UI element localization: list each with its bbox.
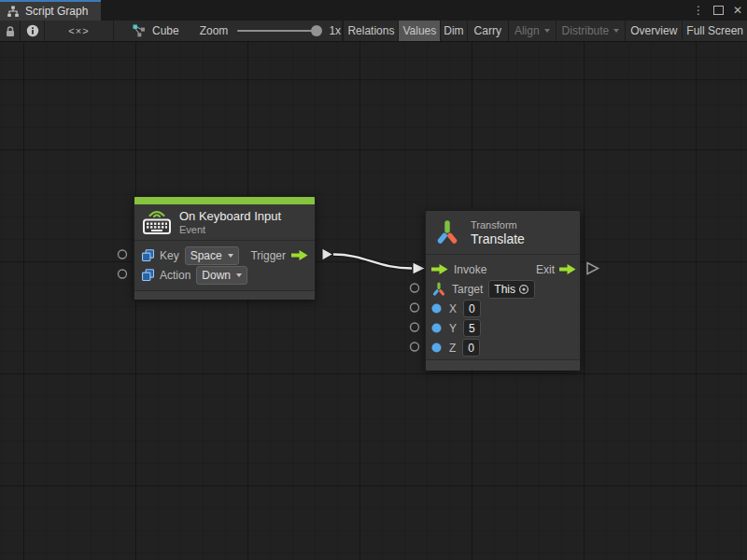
invoke-flow-icon bbox=[431, 263, 448, 275]
z-row: Z 0 bbox=[426, 338, 580, 357]
y-row: Y 5 bbox=[426, 318, 580, 338]
trigger-flow-icon bbox=[291, 249, 308, 261]
x-value-box[interactable]: 0 bbox=[463, 300, 481, 317]
tab-bar: Script Graph ⋮ ✕ bbox=[0, 0, 747, 21]
edit-source-button[interactable]: <×> bbox=[45, 21, 114, 41]
node-on-keyboard-input[interactable]: On Keyboard Input Event Key Space Trigge… bbox=[134, 196, 316, 299]
action-row: Action Down bbox=[134, 265, 315, 285]
connections-overlay bbox=[0, 42, 747, 560]
zoom-value: 1x bbox=[329, 24, 341, 37]
distribute-caret-icon bbox=[613, 29, 619, 33]
x-label: X bbox=[449, 302, 457, 315]
window-controls: ⋮ ✕ bbox=[693, 0, 747, 21]
node-body: Invoke Exit Target This bbox=[426, 254, 580, 360]
z-value: 0 bbox=[468, 342, 474, 355]
node-header[interactable]: Transform Translate bbox=[426, 211, 580, 254]
target-row: Target This bbox=[426, 279, 580, 299]
z-label: Z bbox=[449, 342, 456, 355]
align-button[interactable]: Align bbox=[508, 21, 556, 41]
target-label: Target bbox=[452, 283, 483, 296]
tab-script-graph[interactable]: Script Graph bbox=[0, 0, 101, 21]
node-title: Translate bbox=[471, 231, 525, 247]
info-button[interactable] bbox=[21, 21, 45, 41]
action-dropdown-value: Down bbox=[202, 269, 231, 282]
port-action-input[interactable] bbox=[119, 270, 127, 278]
y-value-box[interactable]: 5 bbox=[463, 319, 481, 337]
node-body: Key Space Trigger Action bbox=[134, 240, 315, 291]
node-accent-bar bbox=[134, 197, 315, 204]
action-label: Action bbox=[160, 269, 190, 282]
z-value-icon bbox=[431, 343, 442, 353]
node-footer bbox=[134, 291, 315, 300]
invoke-label: Invoke bbox=[454, 263, 486, 276]
target-transform-icon bbox=[431, 282, 446, 297]
close-icon[interactable]: ✕ bbox=[733, 4, 742, 17]
trigger-out-arrow[interactable] bbox=[322, 248, 333, 260]
action-dropdown-caret-icon bbox=[236, 273, 242, 277]
keyboard-event-icon bbox=[142, 209, 172, 235]
toolbar-buttons: Relations Values Dim Carry Align Distrib… bbox=[343, 21, 747, 41]
exit-flow-icon bbox=[559, 263, 576, 275]
values-button[interactable]: Values bbox=[398, 21, 440, 41]
transform-icon bbox=[436, 219, 458, 245]
action-value-icon bbox=[142, 269, 154, 281]
fullscreen-button[interactable]: Full Screen bbox=[682, 21, 747, 41]
graph-target-icon bbox=[133, 24, 146, 37]
port-z-input[interactable] bbox=[411, 343, 419, 351]
graph-icon bbox=[7, 6, 20, 18]
z-value-box[interactable]: 0 bbox=[462, 339, 480, 357]
y-value-icon bbox=[431, 323, 442, 333]
y-label: Y bbox=[449, 322, 457, 335]
overview-button[interactable]: Overview bbox=[625, 21, 682, 41]
port-target-input[interactable] bbox=[411, 284, 419, 292]
code-icon: <×> bbox=[68, 25, 89, 36]
key-label: Key bbox=[160, 249, 179, 262]
key-dropdown-caret-icon bbox=[228, 254, 233, 258]
port-x-input[interactable] bbox=[411, 303, 419, 312]
zoom-slider-knob[interactable] bbox=[311, 25, 322, 36]
script-graph-window: Script Graph ⋮ ✕ <×> bbox=[0, 0, 747, 560]
key-dropdown-value: Space bbox=[190, 249, 222, 262]
lock-icon bbox=[5, 25, 16, 37]
maximize-icon[interactable] bbox=[713, 6, 724, 15]
x-row: X 0 bbox=[426, 299, 580, 318]
toolbar-middle: Cube Zoom 1x bbox=[114, 21, 343, 41]
node-translate[interactable]: Transform Translate Invoke Exit bbox=[425, 210, 581, 370]
graph-target-name: Cube bbox=[152, 24, 179, 37]
key-dropdown[interactable]: Space bbox=[185, 246, 239, 265]
node-category: Transform bbox=[471, 218, 525, 231]
invoke-in-arrow[interactable] bbox=[413, 262, 426, 274]
zoom-slider[interactable] bbox=[237, 30, 317, 32]
trigger-label: Trigger bbox=[250, 249, 286, 262]
carry-button[interactable]: Carry bbox=[467, 21, 508, 41]
graph-toolbar: <×> Cube Zoom 1x Relations Values Dim Ca… bbox=[0, 21, 747, 42]
key-row: Key Space Trigger bbox=[134, 245, 315, 265]
action-dropdown[interactable]: Down bbox=[196, 266, 247, 285]
align-caret-icon bbox=[544, 29, 550, 33]
target-value-box[interactable]: This bbox=[488, 280, 535, 299]
tab-title: Script Graph bbox=[25, 5, 88, 18]
key-value-icon bbox=[142, 249, 154, 261]
dim-button[interactable]: Dim bbox=[440, 21, 466, 41]
target-value: This bbox=[494, 283, 515, 296]
x-value: 0 bbox=[469, 302, 475, 315]
graph-canvas[interactable]: On Keyboard Input Event Key Space Trigge… bbox=[0, 42, 747, 560]
lock-button[interactable] bbox=[0, 21, 21, 41]
y-value: 5 bbox=[469, 322, 475, 335]
menu-icon[interactable]: ⋮ bbox=[693, 4, 704, 17]
exit-out-arrow[interactable] bbox=[587, 263, 599, 274]
x-value-icon bbox=[431, 303, 442, 314]
invoke-row: Invoke Exit bbox=[426, 259, 580, 279]
node-subtitle: Event bbox=[179, 224, 281, 236]
relations-button[interactable]: Relations bbox=[343, 21, 398, 41]
node-footer bbox=[426, 360, 580, 371]
info-icon bbox=[26, 24, 39, 37]
node-title: On Keyboard Input bbox=[179, 209, 281, 224]
node-header[interactable]: On Keyboard Input Event bbox=[134, 204, 315, 240]
port-key-input[interactable] bbox=[119, 250, 127, 259]
object-picker-icon[interactable] bbox=[518, 284, 529, 295]
distribute-button[interactable]: Distribute bbox=[556, 21, 626, 41]
exit-label: Exit bbox=[536, 263, 555, 276]
zoom-label: Zoom bbox=[200, 24, 229, 37]
port-y-input[interactable] bbox=[411, 323, 419, 331]
